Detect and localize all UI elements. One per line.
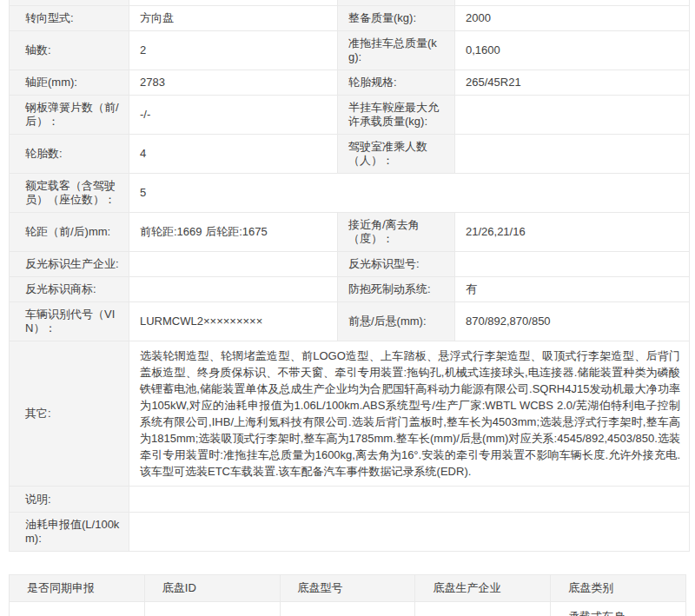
spec-label: 转向型式: <box>10 6 129 31</box>
spec-value <box>129 487 690 513</box>
spec-label: 半挂车鞍座最大允许承载质量(kg): <box>338 96 455 135</box>
spec-label: 轮距（前/后)mm: <box>10 213 129 252</box>
spec-other-text: 选装轮辋造型、轮辋堵盖造型、前LOGO造型、上车踏板、悬浮式行李架造型、吸顶式行… <box>129 341 690 487</box>
chassis-table: 是否同期申报 底盘ID 底盘型号 底盘生产企业 底盘类别 承载式车身 <box>9 574 686 616</box>
spec-value <box>455 96 690 135</box>
spec-value: LURMCWL2××××××××× <box>129 302 338 341</box>
spec-label: 接近角/离去角（度）： <box>338 213 455 252</box>
spec-label: 防抱死制动系统: <box>338 277 455 302</box>
chassis-header: 底盘型号 <box>280 575 415 602</box>
spec-value: -/- <box>129 96 338 135</box>
spec-value <box>129 277 338 302</box>
spec-row: 轮距（前/后)mm: 前轮距:1669 后轮距:1675 接近角/离去角（度）：… <box>10 213 690 252</box>
chassis-header: 底盘类别 <box>551 575 686 602</box>
spec-value: 870/892,870/850 <box>455 302 690 341</box>
spec-value: 5 <box>129 174 338 213</box>
chassis-cell <box>10 602 145 616</box>
spec-label: 反光标识型号: <box>338 252 455 277</box>
spec-label: 说明: <box>10 487 129 513</box>
vehicle-spec-table: 转向型式: 方向盘 整备质量(kg): 2000 轴数: 2 准拖挂车总质量(k… <box>9 0 690 552</box>
spec-value: 4 <box>129 135 338 174</box>
spec-row: 转向型式: 方向盘 整备质量(kg): 2000 <box>10 6 690 31</box>
spec-value: 2 <box>129 31 338 70</box>
spec-label: 轴数: <box>10 31 129 70</box>
spec-label: 轴距(mm): <box>10 70 129 96</box>
spec-value: 方向盘 <box>129 6 338 31</box>
spec-label: 钢板弹簧片数（前/后）： <box>10 96 129 135</box>
spec-row-fuel: 油耗申报值(L/100km): <box>10 513 690 552</box>
spec-value: 2000 <box>455 6 690 31</box>
chassis-header-row: 是否同期申报 底盘ID 底盘型号 底盘生产企业 底盘类别 <box>10 575 686 602</box>
spec-label: 驾驶室准乘人数（人）： <box>338 135 455 174</box>
spec-row-other: 其它: 选装轮辋造型、轮辋堵盖造型、前LOGO造型、上车踏板、悬浮式行李架造型、… <box>10 341 690 487</box>
spec-value <box>455 252 690 277</box>
spec-row-note: 说明: <box>10 487 690 513</box>
chassis-cell <box>144 602 280 616</box>
spec-value: 有 <box>455 277 690 302</box>
spec-value <box>129 252 338 277</box>
spec-row: 轮胎数: 4 驾驶室准乘人数（人）： <box>10 135 690 174</box>
spec-label: 其它: <box>10 341 129 487</box>
chassis-cell: 承载式车身 <box>551 602 686 616</box>
spec-empty-area <box>338 174 690 213</box>
spec-value: 2783 <box>129 70 338 96</box>
vehicle-announcement-panel: 转向型式: 方向盘 整备质量(kg): 2000 轴数: 2 准拖挂车总质量(k… <box>0 0 695 616</box>
chassis-header: 底盘生产企业 <box>415 575 551 602</box>
spec-row: 轴数: 2 准拖挂车总质量(kg): 0,1600 <box>10 31 690 70</box>
spec-label: 油耗申报值(L/100km): <box>10 513 129 552</box>
spec-value: 前轮距:1669 后轮距:1675 <box>129 213 338 252</box>
chassis-header: 是否同期申报 <box>10 575 145 602</box>
chassis-header: 底盘ID <box>144 575 280 602</box>
spec-label: 反光标识生产企业: <box>10 252 129 277</box>
chassis-cell <box>415 602 551 616</box>
spec-label: 额定载客（含驾驶员）（座位数）： <box>10 174 129 213</box>
spec-value: 0,1600 <box>455 31 690 70</box>
spec-label: 轮胎数: <box>10 135 129 174</box>
spec-row: 反光标识生产企业: 反光标识型号: <box>10 252 690 277</box>
spec-label: 前悬/后悬(mm): <box>338 302 455 341</box>
spec-row: 车辆识别代号（VIN）： LURMCWL2××××××××× 前悬/后悬(mm)… <box>10 302 690 341</box>
chassis-cell <box>280 602 415 616</box>
spec-row: 额定载客（含驾驶员）（座位数）： 5 <box>10 174 690 213</box>
spec-value <box>455 135 690 174</box>
spec-value: 265/45R21 <box>455 70 690 96</box>
spec-row: 轴距(mm): 2783 轮胎规格: 265/45R21 <box>10 70 690 96</box>
spec-row: 钢板弹簧片数（前/后）： -/- 半挂车鞍座最大允许承载质量(kg): <box>10 96 690 135</box>
spec-label: 整备质量(kg): <box>338 6 455 31</box>
spec-row: 反光标识商标: 防抱死制动系统: 有 <box>10 277 690 302</box>
spec-label: 轮胎规格: <box>338 70 455 96</box>
spec-value: 21/26,21/16 <box>455 213 690 252</box>
spec-value <box>129 513 690 552</box>
spec-label: 反光标识商标: <box>10 277 129 302</box>
chassis-data-row: 承载式车身 <box>10 602 686 616</box>
spec-label: 准拖挂车总质量(kg): <box>338 31 455 70</box>
spec-label: 车辆识别代号（VIN）： <box>10 302 129 341</box>
